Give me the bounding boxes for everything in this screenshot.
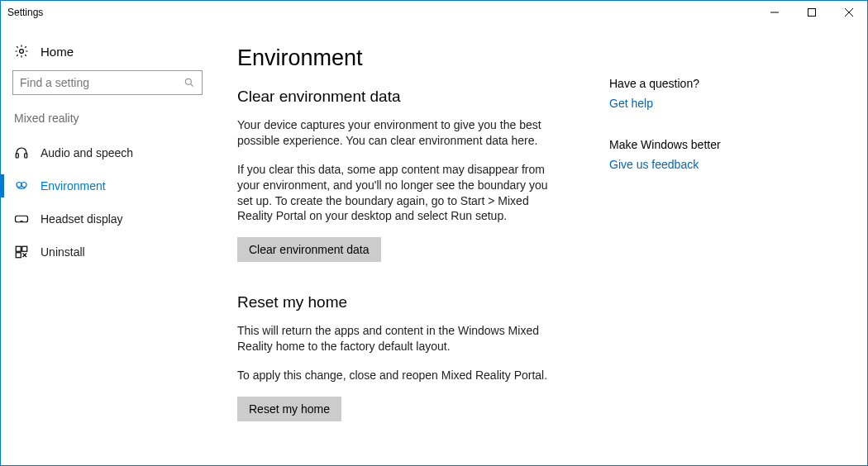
sidebar-item-label: Audio and speech (41, 146, 133, 159)
maximize-icon (808, 8, 816, 17)
search-icon (184, 77, 195, 88)
svg-rect-3 (16, 154, 18, 158)
home-label: Home (41, 45, 74, 59)
gear-icon (14, 44, 29, 59)
body-text: Your device captures your environment to… (237, 117, 560, 149)
environment-icon (14, 178, 29, 193)
settings-window: Settings Home (0, 0, 868, 466)
vr-headset-icon (14, 212, 29, 226)
svg-rect-0 (808, 9, 815, 17)
sidebar-item-environment[interactable]: Environment (1, 169, 224, 202)
main-area: Environment Clear environment data Your … (224, 24, 867, 465)
sidebar-item-audio-and-speech[interactable]: Audio and speech (1, 136, 224, 169)
right-rail: Have a question? Get help Make Windows b… (609, 45, 766, 465)
svg-rect-10 (16, 253, 21, 258)
sidebar-item-label: Uninstall (41, 245, 85, 259)
minimize-button[interactable] (756, 1, 793, 24)
feedback-group: Make Windows better Give us feedback (609, 138, 766, 171)
titlebar: Settings (1, 1, 867, 24)
help-title: Have a question? (609, 77, 766, 90)
sidebar-nav: Audio and speech Environment (1, 133, 224, 269)
sidebar-item-label: Environment (41, 179, 106, 193)
search-field[interactable] (20, 76, 184, 89)
section-title-clear-env: Clear environment data (237, 88, 560, 106)
page-title: Environment (237, 45, 560, 71)
window-title: Settings (7, 7, 43, 18)
svg-point-1 (20, 50, 24, 54)
window-controls (756, 1, 867, 23)
sidebar-item-headset-display[interactable]: Headset display (1, 202, 224, 235)
minimize-icon (770, 8, 779, 17)
uninstall-icon (14, 245, 29, 259)
section-title-reset-home: Reset my home (237, 293, 560, 311)
body-text: This will return the apps and content in… (237, 323, 560, 354)
home-button[interactable]: Home (1, 39, 224, 70)
sidebar: Home Mixed reality (1, 24, 224, 465)
sidebar-item-uninstall[interactable]: Uninstall (1, 235, 224, 269)
search-input[interactable] (12, 70, 203, 95)
maximize-button[interactable] (793, 1, 830, 24)
sidebar-item-label: Headset display (41, 212, 123, 226)
feedback-title: Make Windows better (609, 138, 766, 151)
reset-my-home-button[interactable]: Reset my home (237, 397, 341, 421)
svg-rect-4 (25, 154, 27, 158)
svg-rect-9 (22, 246, 27, 251)
svg-point-6 (21, 183, 26, 188)
give-feedback-link[interactable]: Give us feedback (609, 158, 766, 171)
help-group: Have a question? Get help (609, 77, 766, 110)
headset-icon (14, 145, 29, 160)
svg-rect-8 (16, 246, 21, 251)
body-text: If you clear this data, some app content… (237, 162, 560, 225)
clear-environment-data-button[interactable]: Clear environment data (237, 237, 381, 262)
get-help-link[interactable]: Get help (609, 97, 766, 110)
close-icon (845, 8, 853, 17)
content-column: Environment Clear environment data Your … (237, 45, 560, 465)
body-text: To apply this change, close and reopen M… (237, 368, 560, 383)
sidebar-group-label: Mixed reality (1, 112, 224, 133)
svg-point-5 (17, 183, 21, 188)
close-button[interactable] (830, 1, 867, 24)
svg-point-2 (185, 78, 191, 84)
